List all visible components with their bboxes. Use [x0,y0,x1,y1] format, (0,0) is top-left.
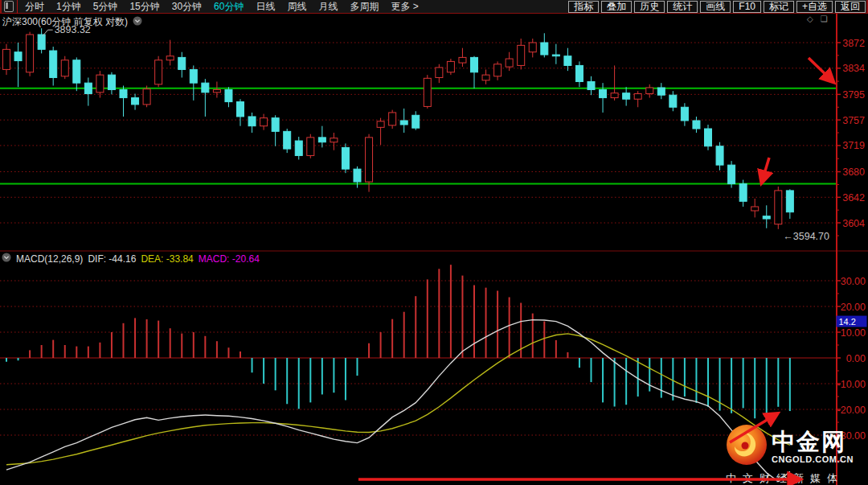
candle-down [272,118,279,132]
candle-down [178,57,186,69]
candle-down [786,191,793,212]
macd-collapse-chevron-icon[interactable] [2,253,11,265]
tool-button[interactable]: F10 [733,1,761,13]
candle-up [529,43,536,52]
candle-down [284,131,291,149]
timeframe-item[interactable]: 60分钟 [214,0,244,14]
timeframe-item[interactable]: 1分钟 [56,0,81,14]
candle-down [763,216,770,219]
tool-button[interactable]: 指标 [568,1,599,13]
topbar-divider [17,0,18,14]
candle-up [482,75,489,80]
candle-up [260,118,268,126]
candle-down [728,165,735,183]
tool-button[interactable]: +自选 [796,1,833,13]
candle-up [96,75,104,92]
candle-down [657,88,665,95]
candle-up [634,94,641,100]
collapse-chevron-icon[interactable] [133,16,142,28]
price-axis-label: 3872 [842,38,865,49]
timeframe-item[interactable]: 分时 [25,0,44,14]
macd-axis-label: 20.00 [841,302,866,313]
candle-up [377,121,384,128]
candle-down [342,147,349,169]
candle-down [541,43,548,55]
watermark-brand: 中金网 [772,430,854,454]
candle-down [669,95,677,107]
candle-down [84,83,92,93]
candle-down [705,129,712,146]
tool-button[interactable]: 返回 [835,1,866,13]
price-axis-label: 3680 [842,166,865,178]
candle-up [3,49,10,69]
macd-params-label: MACD(12,26,9) [16,253,83,265]
tool-button[interactable]: 画线 [700,1,731,13]
tool-button[interactable]: 历史 [634,1,665,13]
candle-up [143,89,150,105]
macd-axis-label: 0.00 [846,353,866,364]
candle-down [600,90,607,98]
price-axis-label: 3719 [842,140,865,151]
chart-title: 沪深300(60分钟 前复权 对数) [2,15,128,29]
candle-down [38,35,45,49]
gridlines [0,43,837,435]
candle-up [494,64,502,76]
candle-up [447,61,454,72]
price-axis-label: 3834 [842,63,865,74]
candle-down [693,121,700,129]
candle-down [412,115,420,128]
candle-down [564,56,571,66]
candle-down [739,184,747,202]
timeframe-menu: 分时1分钟5分钟15分钟30分钟60分钟日线周线月线多周期更多 > [25,0,431,14]
candle-down [354,169,361,182]
timeframe-item[interactable]: 日线 [256,0,275,14]
topbar: 分时1分钟5分钟15分钟30分钟60分钟日线周线月线多周期更多 > 指标叠加历史… [0,0,868,14]
candle-down [588,81,595,89]
candle-down [295,141,302,155]
tool-button[interactable]: 叠加 [601,1,632,13]
diamond-icon[interactable]: ◇ [807,14,813,23]
candle-up [155,60,162,84]
price-pane-header: 沪深300(60分钟 前复权 对数) [2,15,142,29]
candle-up [366,138,373,182]
macd-pane-header: MACD(12,26,9) DIF: -44.16 DEA: -33.84 MA… [2,253,260,265]
candle-up [27,35,34,72]
macd-axis-label: -20.00 [837,405,866,416]
cngold-logo-icon [726,424,768,469]
watermark: 中金网 CNGOLD.COM.CN 中文财经新媒体 [726,424,867,485]
timeframe-item[interactable]: 周线 [287,0,306,14]
tool-button[interactable]: 统计 [667,1,698,13]
watermark-top: 中金网 CNGOLD.COM.CN [726,424,867,469]
price-axis-label: 3604 [842,218,865,229]
candle-down [471,57,478,72]
candle-down [108,75,115,89]
timeframe-item[interactable]: 更多 > [391,0,418,14]
tool-button[interactable]: 标记 [764,1,794,13]
price-axis-label: 3642 [842,192,865,203]
timeframe-item[interactable]: 5分钟 [93,0,118,14]
timeframe-item[interactable]: 15分钟 [129,0,159,14]
timeframe-item[interactable]: 30分钟 [172,0,202,14]
candle-up [506,59,513,67]
candle-down [248,117,256,126]
window-icon[interactable] [4,1,14,12]
candle-down [190,69,197,83]
candle-down [716,146,723,165]
macd-axis-label: -10.00 [837,379,866,390]
candle-down [237,102,244,117]
candle-down [132,98,139,105]
axis-value-badge-text: 14.2 [839,317,856,327]
candle-down [575,65,583,81]
candle-up [166,56,174,60]
price-axis-label: 3795 [842,89,865,101]
pane-corner-controls: ◇ ❏ [807,14,828,23]
panel-icon[interactable]: ❏ [821,14,828,23]
timeframe-item[interactable]: 月线 [318,0,338,14]
candle-up [459,57,466,63]
candle-up [307,138,314,156]
candle-down [120,90,127,98]
candle-down [623,93,630,100]
candle-down [73,60,80,83]
candle-down [552,55,559,56]
timeframe-item[interactable]: 多周期 [350,0,379,14]
